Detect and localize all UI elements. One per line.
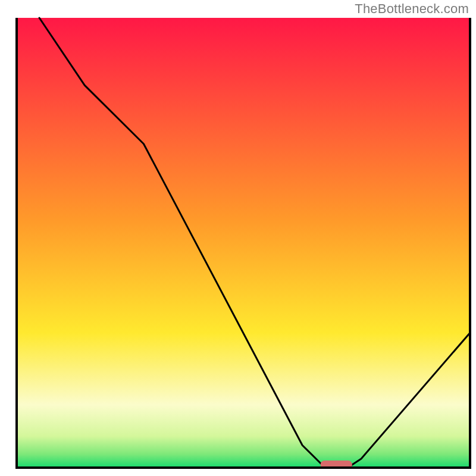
watermark: TheBottleneck.com (355, 1, 469, 17)
bottleneck-chart (0, 0, 476, 476)
chart-container: TheBottleneck.com (0, 0, 476, 476)
